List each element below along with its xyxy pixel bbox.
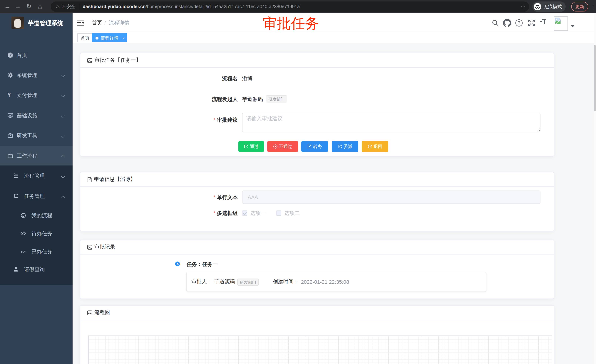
gear-icon bbox=[7, 72, 13, 78]
checkbox-group-label: 多选框组 bbox=[127, 210, 238, 217]
sidebar-item-label: 工作流程 bbox=[17, 146, 37, 166]
url-divider bbox=[79, 4, 79, 9]
sidebar-item-label: 基础设施 bbox=[17, 105, 37, 125]
home-icon[interactable]: ⌂ bbox=[36, 0, 45, 13]
sidebar-item-leave-query[interactable]: 请假查询 bbox=[0, 259, 73, 279]
tab-label: 首页 bbox=[81, 36, 89, 41]
bpmn-grid-canvas[interactable] bbox=[88, 335, 552, 364]
help-icon[interactable] bbox=[515, 19, 523, 27]
face-icon bbox=[20, 212, 26, 218]
chevron-down-icon bbox=[61, 93, 65, 98]
return-button[interactable]: 退回 bbox=[362, 141, 388, 152]
button-label: 转办 bbox=[313, 143, 322, 150]
sidebar-item-process-mgmt[interactable]: 流程管理 bbox=[0, 166, 73, 186]
security-label: 不安全 bbox=[62, 4, 76, 10]
url-domain: dashboard.yudao.iocoder.cn bbox=[83, 4, 146, 9]
sidebar-item-label: 研发工具 bbox=[17, 125, 37, 145]
created-time-value: 2022-01-21 22:35:08 bbox=[301, 279, 349, 285]
incognito-icon bbox=[534, 3, 541, 10]
sidebar-item-system[interactable]: 系统管理 bbox=[0, 65, 73, 85]
checkbox-option-2[interactable] bbox=[276, 211, 281, 216]
breadcrumb-current: 流程详情 bbox=[109, 13, 130, 32]
avatar[interactable] bbox=[554, 16, 568, 31]
broken-image-icon bbox=[555, 17, 561, 24]
sidebar-item-infra[interactable]: 基础设施 bbox=[0, 105, 73, 125]
chevron-down-icon bbox=[61, 73, 65, 78]
bookmark-star-icon[interactable]: ☆ bbox=[521, 4, 525, 10]
single-text-input[interactable] bbox=[242, 190, 540, 204]
chevron-down-icon bbox=[61, 174, 65, 178]
approve-button[interactable]: 通过 bbox=[238, 141, 264, 152]
sidebar-item-devtools[interactable]: 研发工具 bbox=[0, 125, 73, 145]
forward-icon[interactable]: → bbox=[13, 0, 22, 13]
scrollbar-thumb[interactable] bbox=[594, 45, 596, 111]
tab-close-icon[interactable]: × bbox=[122, 34, 125, 43]
button-label: 不通过 bbox=[279, 143, 292, 150]
font-size-icon[interactable]: TT bbox=[540, 18, 551, 26]
sidebar: 芋道管理系统 首页 系统管理 bbox=[0, 13, 73, 364]
sidebar-item-done-task[interactable]: 已办任务 bbox=[0, 241, 73, 262]
briefcase-icon bbox=[7, 132, 13, 138]
card-header: 流程图 bbox=[80, 306, 554, 320]
app-logo bbox=[11, 17, 24, 29]
edit-icon bbox=[244, 144, 248, 149]
search-icon[interactable] bbox=[491, 19, 499, 27]
tab-label: 流程详情 bbox=[101, 36, 119, 41]
github-icon[interactable] bbox=[503, 19, 511, 27]
approval-record-item: 审批人： 芋道源码 研发部门 创建时间： 2022-01-21 22:35:08 bbox=[186, 272, 486, 292]
delegate-button[interactable]: 委派 bbox=[332, 141, 358, 152]
tab-process-detail[interactable]: 流程详情 × bbox=[92, 33, 127, 42]
browser-menu-icon[interactable]: ⋮ bbox=[590, 0, 596, 13]
app-logo-row[interactable]: 芋道管理系统 bbox=[0, 13, 73, 33]
active-tab-dot bbox=[96, 37, 98, 40]
person-icon bbox=[13, 266, 19, 272]
incognito-badge: 无痕模式 bbox=[532, 1, 566, 12]
transfer-button[interactable]: 转办 bbox=[301, 141, 328, 152]
checkbox-option-2-label: 选项二 bbox=[284, 210, 300, 217]
sidebar-item-home[interactable]: 首页 bbox=[0, 45, 73, 65]
circle-close-icon bbox=[273, 144, 277, 149]
dashboard-icon bbox=[7, 52, 13, 58]
collapse-menu-icon[interactable] bbox=[77, 20, 84, 26]
suggestion-textarea[interactable] bbox=[242, 113, 540, 132]
avatar-dropdown-caret[interactable] bbox=[571, 25, 574, 27]
sidebar-item-payment[interactable]: ¥ 支付管理 bbox=[0, 85, 73, 105]
picture-icon bbox=[87, 244, 93, 250]
picture-icon bbox=[87, 310, 93, 315]
sidebar-item-workflow[interactable]: 工作流程 bbox=[0, 146, 73, 166]
sidebar-item-my-process[interactable]: 我的流程 bbox=[0, 205, 73, 225]
url-path: /bpm/process-instance/detail?id=54aa251f… bbox=[146, 4, 300, 9]
edit-icon bbox=[338, 144, 342, 149]
document-icon bbox=[87, 177, 92, 182]
chevron-down-icon bbox=[61, 114, 65, 118]
single-text-label: 单行文本 bbox=[127, 194, 238, 201]
sidebar-item-todo-task[interactable]: 待办任务 bbox=[0, 223, 73, 243]
reload-icon[interactable]: ↻ bbox=[24, 0, 33, 13]
checkbox-option-1[interactable] bbox=[242, 211, 247, 216]
fullscreen-icon[interactable] bbox=[528, 19, 536, 27]
approver-label: 审批人： bbox=[191, 278, 212, 285]
page-scrollbar[interactable] bbox=[594, 13, 596, 364]
breadcrumb-home[interactable]: 首页 bbox=[92, 13, 102, 32]
approval-record-card: 审批记录 任务：任务一 审批人： 芋道源码 研发部门 创建时间： 2022-01… bbox=[80, 240, 554, 299]
chevron-down-icon bbox=[61, 134, 65, 138]
yen-icon: ¥ bbox=[7, 92, 13, 98]
created-time-label: 创建时间： bbox=[273, 278, 299, 285]
card-header: 审批记录 bbox=[80, 240, 554, 255]
briefcase-icon bbox=[7, 153, 13, 159]
undo-icon bbox=[368, 144, 372, 149]
approver-dept-tag: 研发部门 bbox=[237, 278, 259, 285]
button-label: 退回 bbox=[373, 143, 382, 150]
sidebar-item-task-mgmt[interactable]: 任务管理 bbox=[0, 186, 73, 206]
tab-home[interactable]: 首页 bbox=[77, 33, 93, 42]
not-secure-icon: ⚠ bbox=[56, 4, 60, 9]
application-info-card: 申请信息【滔博】 单行文本 多选框组 选项一 选项二 bbox=[80, 172, 554, 231]
eye-icon bbox=[20, 230, 26, 236]
url-bar[interactable]: ⚠ 不安全 dashboard.yudao.iocoder.cn/bpm/pro… bbox=[51, 1, 529, 12]
sidebar-item-label: 流程管理 bbox=[24, 166, 45, 186]
sidebar-item-label: 我的流程 bbox=[31, 205, 52, 225]
timeline-task-title: 任务：任务一 bbox=[186, 261, 218, 268]
update-button[interactable]: 更新 bbox=[571, 2, 588, 11]
reject-button[interactable]: 不通过 bbox=[267, 141, 298, 152]
back-icon[interactable]: ← bbox=[3, 0, 12, 13]
